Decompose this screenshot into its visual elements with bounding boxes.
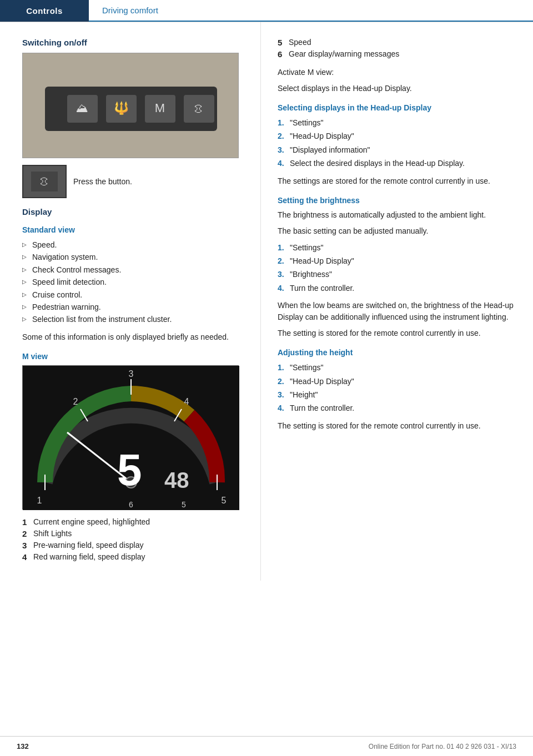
svg-text:6: 6	[129, 500, 133, 509]
right-column: 5 Speed 6 Gear display/warning messages …	[261, 22, 533, 581]
controls-label: Controls	[26, 6, 63, 16]
list-item: Check Control messages.	[22, 264, 244, 276]
svg-text:4: 4	[184, 397, 189, 406]
list-item: Speed.	[22, 239, 244, 251]
list-item: Navigation system.	[22, 251, 244, 263]
svg-text:⛻: ⛻	[39, 176, 49, 187]
standard-bullet-list: Speed. Navigation system. Check Control …	[22, 239, 244, 326]
standard-note: Some of this information is only display…	[22, 331, 244, 343]
switching-section: Switching on/off ⛰ 🔱 M ⛻	[22, 38, 244, 198]
switching-title: Switching on/off	[22, 38, 244, 47]
list-item: 2. "Head-Up Display"	[278, 375, 516, 387]
display-title: Display	[22, 207, 244, 216]
list-item: Cruise control.	[22, 289, 244, 301]
item-text-1: Current engine speed, highlighted	[33, 517, 150, 527]
tachometer-svg: 1 2 3 4 5 5 48 6 5	[23, 366, 239, 510]
item-6-num: 6	[278, 49, 289, 59]
svg-text:5: 5	[182, 500, 186, 509]
brightness-section: Setting the brightness The brightness is…	[278, 196, 516, 340]
list-item: Speed limit detection.	[22, 276, 244, 288]
svg-text:2: 2	[73, 397, 78, 406]
brightness-note: When the low beams are switched on, the …	[278, 300, 516, 323]
main-content: Switching on/off ⛰ 🔱 M ⛻	[0, 22, 533, 581]
list-item: 3 Pre-warning field, speed display	[22, 541, 244, 550]
adjusting-title: Adjusting the height	[278, 348, 516, 357]
adjusting-note: The setting is stored for the remote con…	[278, 420, 516, 432]
page-footer: 132 Online Edition for Part no. 01 40 2 …	[0, 736, 533, 756]
svg-text:1: 1	[37, 496, 42, 505]
item-5-row: 5 Speed	[278, 38, 516, 47]
brightness-p1: The brightness is automatically adjusted…	[278, 209, 516, 221]
press-button-row: ⛻ Press the button.	[22, 165, 244, 198]
brightness-steps-list: 1. "Settings" 2. "Head-Up Display" 3. "B…	[278, 241, 516, 295]
selecting-title: Selecting displays in the Head-up Displa…	[278, 103, 516, 112]
brightness-p2: The basic setting can be adjusted manual…	[278, 225, 516, 237]
item-num-2: 2	[22, 529, 33, 538]
svg-text:5: 5	[222, 496, 227, 505]
press-button-text: Press the button.	[73, 177, 132, 186]
svg-text:🔱: 🔱	[114, 100, 129, 115]
list-item: 3. "Brightness"	[278, 268, 516, 280]
item-num-1: 1	[22, 517, 33, 527]
brightness-note2: The setting is stored for the remote con…	[278, 327, 516, 339]
page-number: 132	[17, 742, 29, 750]
list-item: 3. "Displayed information"	[278, 144, 516, 156]
display-section: Display Standard view Speed. Navigation …	[22, 207, 244, 343]
activate-text: Activate M view:	[278, 67, 516, 78]
brightness-title: Setting the brightness	[278, 196, 516, 205]
list-item: 4. Turn the controller.	[278, 282, 516, 294]
item-text-3: Pre-warning field, speed display	[33, 541, 143, 550]
mview-numbered-list: 1 Current engine speed, highlighted 2 Sh…	[22, 517, 244, 562]
selecting-note: The settings are stored for the remote c…	[278, 175, 516, 187]
edition-text: Online Edition for Part no. 01 40 2 926 …	[369, 743, 516, 750]
list-item: 1 Current engine speed, highlighted	[22, 517, 244, 527]
list-item: Selection list from the instrument clust…	[22, 313, 244, 325]
adjusting-section: Adjusting the height 1. "Settings" 2. "H…	[278, 348, 516, 432]
list-item: Pedestrian warning.	[22, 301, 244, 313]
list-item: 2 Shift Lights	[22, 529, 244, 538]
svg-text:⛻: ⛻	[194, 103, 204, 114]
dashboard-svg: ⛰ 🔱 M ⛻	[23, 53, 239, 158]
svg-text:3: 3	[129, 369, 134, 379]
item-text-2: Shift Lights	[33, 529, 72, 538]
driving-label: Driving comfort	[102, 6, 158, 15]
button-svg: ⛻	[31, 172, 58, 191]
list-item: 4. Select the desired displays in the He…	[278, 157, 516, 169]
standard-view-title: Standard view	[22, 225, 244, 234]
header-driving-tab: Driving comfort	[89, 0, 533, 22]
list-item: 2. "Head-Up Display"	[278, 255, 516, 267]
list-item: 1. "Settings"	[278, 361, 516, 374]
item-6-row: 6 Gear display/warning messages	[278, 49, 516, 59]
svg-text:⛰: ⛰	[76, 101, 88, 115]
page-header: Controls Driving comfort	[0, 0, 533, 22]
mview-title: M view	[22, 352, 244, 361]
activate-sub: Select displays in the Head-up Display.	[278, 83, 516, 94]
svg-text:M: M	[155, 101, 165, 115]
header-controls-tab: Controls	[0, 0, 89, 22]
item-num-3: 3	[22, 541, 33, 550]
list-item: 1. "Settings"	[278, 117, 516, 129]
list-item: 3. "Height"	[278, 389, 516, 401]
svg-text:5: 5	[117, 445, 142, 495]
dashboard-buttons-image: ⛰ 🔱 M ⛻	[22, 53, 239, 158]
tachometer-image: 1 2 3 4 5 5 48 6 5	[22, 365, 239, 510]
list-item: 4. Turn the controller.	[278, 402, 516, 414]
item-text-4: Red warning field, speed display	[33, 552, 145, 562]
selecting-section: Selecting displays in the Head-up Displa…	[278, 103, 516, 187]
list-item: 2. "Head-Up Display"	[278, 130, 516, 142]
mview-section: M view	[22, 352, 244, 562]
list-item: 4 Red warning field, speed display	[22, 552, 244, 562]
list-item: 1. "Settings"	[278, 241, 516, 254]
left-column: Switching on/off ⛰ 🔱 M ⛻	[0, 22, 261, 581]
selecting-steps-list: 1. "Settings" 2. "Head-Up Display" 3. "D…	[278, 117, 516, 170]
svg-text:48: 48	[164, 468, 189, 492]
item-5-text: Speed	[289, 38, 311, 47]
item-6-text: Gear display/warning messages	[289, 49, 399, 59]
item-num-4: 4	[22, 552, 33, 562]
button-icon: ⛻	[22, 165, 67, 198]
item-5-num: 5	[278, 38, 289, 47]
adjusting-steps-list: 1. "Settings" 2. "Head-Up Display" 3. "H…	[278, 361, 516, 415]
